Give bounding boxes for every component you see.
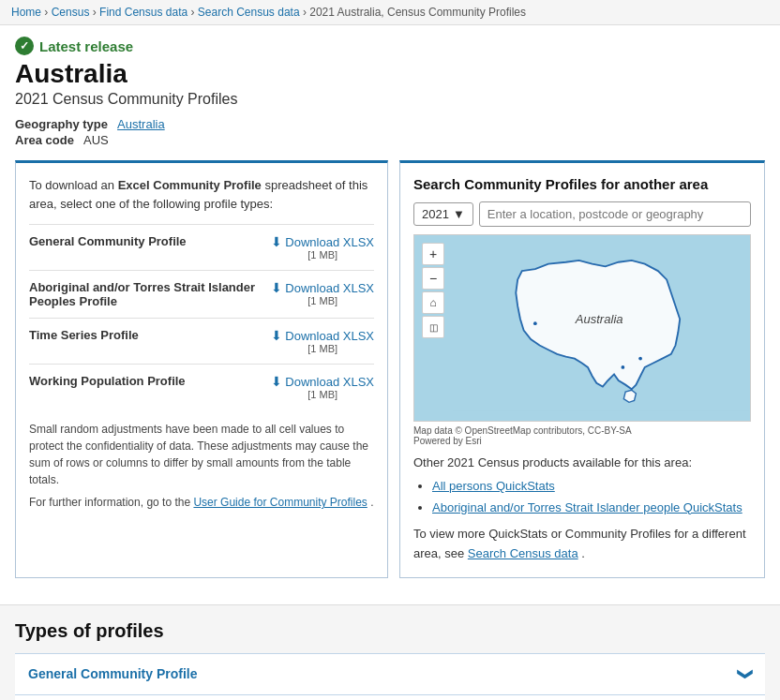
profile-row-general: General Community Profile ⬇ Download XLS… — [29, 224, 374, 270]
right-panel-title: Search Community Profiles for another ar… — [413, 176, 751, 192]
other-products-label: Other 2021 Census products available for… — [413, 454, 751, 473]
types-section: Types of profiles General Community Prof… — [0, 604, 780, 700]
svg-point-2 — [622, 365, 625, 369]
download-general-link[interactable]: ⬇ Download XLSX — [271, 234, 374, 249]
download-icon-working: ⬇ — [271, 374, 282, 389]
download-working-link[interactable]: ⬇ Download XLSX — [271, 374, 374, 389]
two-col-layout: To download an Excel Community Profile s… — [15, 160, 765, 578]
year-select[interactable]: 2021 ▼ — [413, 202, 473, 226]
search-bar: 2021 ▼ — [413, 201, 751, 227]
profile-row-working: Working Population Profile ⬇ Download XL… — [29, 364, 374, 410]
right-panel: Search Community Profiles for another ar… — [399, 160, 765, 578]
file-size-timeseries: [1 MB] — [271, 343, 374, 354]
check-icon: ✓ — [15, 37, 34, 55]
meta-info: Geography type Australia Area code AUS — [15, 117, 765, 147]
download-working: ⬇ Download XLSX [1 MB] — [271, 374, 374, 400]
map-attribution: Map data © OpenStreetMap contributors, C… — [413, 425, 751, 446]
quickstats-links: All persons QuickStats Aboriginal and/or… — [413, 477, 751, 518]
atsi-quickstats-link[interactable]: Aboriginal and/or Torres Strait Islander… — [432, 500, 742, 514]
chevron-general: ❯ — [737, 668, 755, 680]
breadcrumb-home[interactable]: Home — [11, 6, 41, 19]
list-item-atsi: Aboriginal and/or Torres Strait Islander… — [432, 499, 751, 518]
profile-name-timeseries: Time Series Profile — [29, 328, 271, 342]
breadcrumb-find[interactable]: Find Census data — [99, 6, 188, 19]
accordion-atsi-header[interactable]: Aboriginal and/or Torres Strait Islander… — [15, 695, 765, 700]
disclaimer-p2: For further information, go to the User … — [29, 494, 374, 511]
geography-type-row: Geography type Australia — [15, 117, 765, 131]
intro-bold: Excel Community Profile — [118, 178, 262, 192]
accordion-general-header[interactable]: General Community Profile ❯ — [15, 654, 765, 694]
area-code-row: Area code AUS — [15, 133, 765, 147]
disclaimer: Small random adjustments have been made … — [29, 421, 374, 511]
latest-release-badge: ✓ Latest release — [15, 37, 765, 55]
breadcrumb-current: 2021 Australia, Census Community Profile… — [309, 6, 526, 19]
map-container: + − ⌂ ◫ Australia — [413, 234, 751, 422]
file-size-atsi: [1 MB] — [271, 295, 374, 306]
zoom-out-button[interactable]: − — [422, 267, 444, 290]
home-button[interactable]: ⌂ — [422, 291, 444, 314]
profile-row-atsi: Aboriginal and/or Torres Strait Islander… — [29, 270, 374, 318]
breadcrumb: Home › Census › Find Census data › Searc… — [0, 0, 780, 25]
geography-value-link[interactable]: Australia — [117, 117, 165, 131]
geography-label: Geography type — [15, 117, 108, 131]
left-panel: To download an Excel Community Profile s… — [15, 160, 388, 578]
footer-text: To view more QuickStats or Community Pro… — [413, 525, 751, 564]
all-persons-quickstats-link[interactable]: All persons QuickStats — [432, 479, 555, 493]
profile-row-timeseries: Time Series Profile ⬇ Download XLSX [1 M… — [29, 318, 374, 364]
links-section: Other 2021 Census products available for… — [413, 454, 751, 564]
layers-button[interactable]: ◫ — [422, 316, 444, 338]
breadcrumb-census[interactable]: Census — [52, 6, 90, 19]
breadcrumb-search[interactable]: Search Census data — [198, 6, 300, 19]
profile-name-working: Working Population Profile — [29, 374, 271, 388]
file-size-working: [1 MB] — [271, 389, 374, 400]
location-search-input[interactable] — [479, 201, 751, 227]
page-subtitle: 2021 Census Community Profiles — [15, 91, 765, 108]
download-icon-timeseries: ⬇ — [271, 328, 282, 343]
map-controls: + − ⌂ ◫ — [422, 243, 444, 338]
profile-name-general: General Community Profile — [29, 234, 271, 248]
list-item-allpersons: All persons QuickStats — [432, 477, 751, 497]
types-heading: Types of profiles — [15, 620, 765, 642]
download-timeseries: ⬇ Download XLSX [1 MB] — [271, 328, 374, 354]
australia-svg: Australia — [452, 245, 750, 411]
area-label: Area code — [15, 133, 74, 147]
accordion-general: General Community Profile ❯ — [15, 653, 765, 694]
disclaimer-p1: Small random adjustments have been made … — [29, 421, 374, 488]
svg-text:Australia: Australia — [575, 312, 623, 326]
download-atsi-link[interactable]: ⬇ Download XLSX — [271, 280, 374, 295]
main-content: ✓ Latest release Australia 2021 Census C… — [0, 25, 780, 604]
search-census-link[interactable]: Search Census data — [468, 546, 578, 560]
profile-name-atsi: Aboriginal and/or Torres Strait Islander… — [29, 280, 271, 308]
year-arrow: ▼ — [453, 207, 465, 221]
download-atsi: ⬇ Download XLSX [1 MB] — [271, 280, 374, 306]
svg-point-4 — [533, 321, 537, 325]
accordion-atsi: Aboriginal and/or Torres Strait Islander… — [15, 694, 765, 700]
file-size-general: [1 MB] — [271, 249, 374, 261]
download-icon-atsi: ⬇ — [271, 280, 282, 295]
year-value: 2021 — [422, 207, 449, 221]
user-guide-link[interactable]: User Guide for Community Profiles — [193, 496, 367, 509]
download-timeseries-link[interactable]: ⬇ Download XLSX — [271, 328, 374, 343]
accordion-general-label: General Community Profile — [28, 666, 197, 681]
page-title: Australia — [15, 59, 765, 89]
svg-point-3 — [638, 357, 642, 361]
download-icon-general: ⬇ — [271, 234, 282, 249]
area-value: AUS — [83, 133, 109, 147]
zoom-in-button[interactable]: + — [422, 243, 444, 265]
download-general: ⬇ Download XLSX [1 MB] — [271, 234, 374, 261]
intro-text: To download an Excel Community Profile s… — [29, 176, 374, 213]
